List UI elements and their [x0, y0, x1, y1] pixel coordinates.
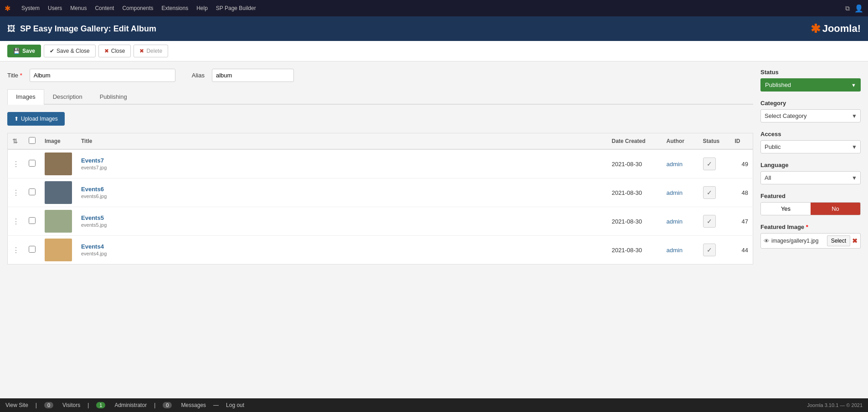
- nav-content[interactable]: Content: [95, 5, 114, 11]
- drag-handle[interactable]: ⋮: [12, 189, 20, 197]
- close-icon: ✖: [104, 48, 109, 54]
- tab-images[interactable]: Images: [7, 89, 44, 105]
- top-nav-right: ⧉ 👤: [845, 4, 863, 13]
- access-select-wrap: Public ▼: [760, 140, 861, 153]
- row-checkbox[interactable]: [29, 188, 36, 195]
- sort-icon: ⇅: [12, 137, 18, 145]
- category-section: Category Select Category ▼: [760, 100, 861, 122]
- row-checkbox[interactable]: [29, 160, 36, 167]
- row-checkbox[interactable]: [29, 246, 36, 253]
- event-filename: events5.jpg: [81, 222, 107, 228]
- event-title-link[interactable]: Events6: [81, 186, 603, 193]
- images-table: ⇅ Image Title Date Created Author Status…: [7, 133, 753, 264]
- checkmark-icon: ✓: [707, 246, 712, 254]
- preview-icon[interactable]: 👁: [764, 238, 770, 244]
- drag-handle[interactable]: ⋮: [12, 218, 20, 225]
- access-section: Access Public ▼: [760, 131, 861, 153]
- status-cell: ✓: [699, 236, 730, 264]
- joomla-nav-icon: ✱: [5, 4, 10, 13]
- nav-components[interactable]: Components: [122, 5, 153, 11]
- status-dropdown[interactable]: Published ▼: [760, 78, 861, 92]
- col-image-header: Image: [40, 133, 77, 150]
- event-title-link[interactable]: Events7: [81, 157, 603, 164]
- id-cell: 48: [730, 178, 753, 207]
- title-input[interactable]: [30, 69, 175, 82]
- author-cell[interactable]: admin: [662, 178, 699, 207]
- event-filename: events6.jpg: [81, 193, 107, 199]
- language-label: Language: [760, 162, 861, 168]
- nav-sp-page-builder[interactable]: SP Page Builder: [216, 5, 256, 11]
- access-select[interactable]: Public: [760, 140, 861, 153]
- top-nav-user-icon[interactable]: 👤: [854, 4, 863, 13]
- joomla-flower-icon: ✱: [811, 22, 821, 36]
- featured-image-required: *: [806, 224, 808, 230]
- status-toggle[interactable]: ✓: [703, 244, 716, 256]
- save-button[interactable]: 💾 Save: [7, 45, 41, 57]
- alias-label: Alias: [192, 72, 205, 79]
- nav-menus[interactable]: Menus: [70, 5, 87, 11]
- joomla-logo: ✱ Joomla!: [811, 22, 861, 36]
- table-row: ⋮ Events7 events7.jpg 2021-08-30 admin ✓…: [8, 149, 753, 178]
- author-cell[interactable]: admin: [662, 149, 699, 178]
- right-panel: Status Published ▼ Category Select Categ…: [760, 69, 861, 264]
- nav-extensions[interactable]: Extensions: [161, 5, 188, 11]
- category-select[interactable]: Select Category: [760, 109, 861, 122]
- date-cell: 2021-08-30: [607, 207, 662, 236]
- event-title-link[interactable]: Events5: [81, 214, 603, 221]
- drag-handle[interactable]: ⋮: [12, 160, 20, 168]
- drag-handle[interactable]: ⋮: [12, 246, 20, 254]
- save-icon: 💾: [13, 48, 20, 54]
- author-cell[interactable]: admin: [662, 207, 699, 236]
- event-title-link[interactable]: Events4: [81, 243, 603, 250]
- id-cell: 47: [730, 207, 753, 236]
- upload-images-button[interactable]: ⬆ Upload Images: [7, 112, 65, 126]
- category-select-wrap: Select Category ▼: [760, 109, 861, 122]
- table-row: ⋮ Events5 events5.jpg 2021-08-30 admin ✓…: [8, 207, 753, 236]
- event-filename: events7.jpg: [81, 165, 107, 170]
- tab-publishing[interactable]: Publishing: [91, 89, 136, 104]
- page-title-wrap: 🖼 SP Easy Image Gallery: Edit Album: [7, 24, 156, 34]
- table-row: ⋮ Events4 events4.jpg 2021-08-30 admin ✓…: [8, 236, 753, 264]
- status-dropdown-arrow: ▼: [851, 82, 856, 88]
- language-select[interactable]: All: [760, 171, 861, 184]
- row-checkbox[interactable]: [29, 217, 36, 224]
- image-thumbnail: [45, 210, 72, 233]
- status-value: Published: [765, 81, 791, 88]
- left-panel: Title * Alias Images Description Publish…: [7, 69, 753, 264]
- nav-help[interactable]: Help: [196, 5, 208, 11]
- close-button[interactable]: ✖ Close: [98, 45, 131, 57]
- date-cell: 2021-08-30: [607, 149, 662, 178]
- featured-image-label: Featured Image *: [760, 224, 861, 230]
- nav-users[interactable]: Users: [48, 5, 62, 11]
- col-check-header: [24, 133, 40, 150]
- status-toggle[interactable]: ✓: [703, 158, 716, 170]
- featured-image-clear-button[interactable]: ✖: [852, 237, 858, 244]
- access-label: Access: [760, 131, 861, 137]
- tab-description[interactable]: Description: [44, 89, 91, 104]
- image-thumbnail: [45, 153, 72, 175]
- nav-system[interactable]: System: [21, 5, 40, 11]
- featured-section: Featured Yes No: [760, 193, 861, 215]
- featured-image-select-button[interactable]: Select: [827, 235, 850, 246]
- date-cell: 2021-08-30: [607, 236, 662, 264]
- id-cell: 49: [730, 149, 753, 178]
- alias-input[interactable]: [212, 69, 294, 82]
- status-toggle[interactable]: ✓: [703, 186, 716, 199]
- save-close-button[interactable]: ✔ Save & Close: [44, 45, 96, 57]
- delete-button[interactable]: ✖ Delete: [134, 45, 168, 57]
- date-cell: 2021-08-30: [607, 178, 662, 207]
- form-title-row: Title * Alias: [7, 69, 753, 82]
- image-thumbnail: [45, 239, 72, 261]
- category-label: Category: [760, 100, 861, 107]
- col-sort-header: ⇅: [8, 133, 25, 150]
- event-filename: events4.jpg: [81, 251, 107, 256]
- select-all-checkbox[interactable]: [29, 137, 36, 144]
- author-cell[interactable]: admin: [662, 236, 699, 264]
- status-toggle[interactable]: ✓: [703, 215, 716, 228]
- table-row: ⋮ Events6 events6.jpg 2021-08-30 admin ✓…: [8, 178, 753, 207]
- featured-no-button[interactable]: No: [811, 203, 860, 215]
- checkmark-icon: ✓: [707, 160, 712, 168]
- featured-yes-button[interactable]: Yes: [761, 203, 811, 215]
- top-nav-icon-box[interactable]: ⧉: [845, 5, 850, 12]
- page-icon: 🖼: [7, 24, 15, 34]
